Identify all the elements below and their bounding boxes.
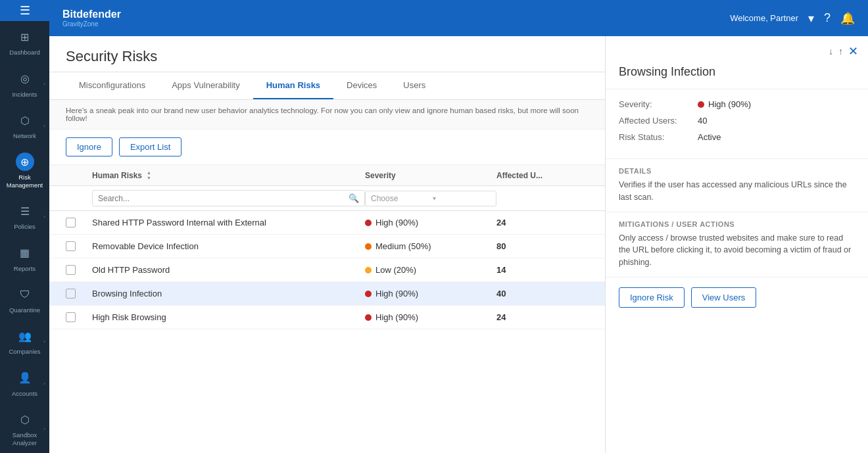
tab-human-risks[interactable]: Human Risks (253, 72, 333, 99)
table-row[interactable]: Shared HTTP Password Internal with Exter… (49, 211, 605, 235)
sidebar-item-dashboard[interactable]: ⊞ Dashboard (0, 21, 49, 62)
row-checkbox[interactable] (66, 312, 76, 322)
main-wrapper: Security Risks Misconfigurations Apps Vu… (49, 36, 868, 453)
panel-title: Browsing Infection (606, 62, 868, 89)
table-row[interactable]: Old HTTP Password Low (20%) 14 (49, 258, 605, 282)
table-row[interactable]: High Risk Browsing High (90%) 24 (49, 306, 605, 329)
main-content: Security Risks Misconfigurations Apps Vu… (49, 36, 605, 453)
details-text: Verifies if the user has accessed any ma… (606, 179, 868, 212)
view-users-button[interactable]: View Users (691, 287, 757, 308)
top-header: Bitdefender GravityZone Welcome, Partner… (49, 0, 868, 36)
col-header-risk-name: Human Risks ▲▼ (92, 170, 365, 180)
row-checkbox[interactable] (66, 265, 76, 275)
row-checkbox[interactable] (66, 289, 76, 298)
ignore-button[interactable]: Ignore (66, 137, 112, 156)
sidebar-item-incidents[interactable]: ◎ Incidents › (0, 63, 49, 105)
severity-dot (365, 243, 372, 250)
expand-arrow-icon: › (43, 213, 45, 219)
tabs-bar: Misconfigurations Apps Vulnerability Hum… (49, 72, 605, 100)
severity-dot (365, 267, 372, 274)
sidebar-item-quarantine[interactable]: 🛡 Quarantine (0, 279, 49, 320)
sidebar-item-accounts[interactable]: 👤 Accounts › (0, 362, 49, 404)
sidebar-item-policies[interactable]: ☰ Policies › (0, 195, 49, 237)
severity-dot (365, 220, 372, 226)
affected-users-field: Affected Users: 40 (619, 116, 855, 126)
search-filter-row: 🔍 Choose ▾ (49, 186, 605, 211)
policies-icon: ☰ (16, 202, 34, 220)
panel-actions: Ignore Risk View Users (606, 277, 868, 318)
tab-apps-vulnerability[interactable]: Apps Vulnerability (158, 72, 253, 99)
tab-users[interactable]: Users (390, 72, 439, 99)
tab-misconfigurations[interactable]: Misconfigurations (66, 72, 158, 99)
expand-arrow-icon: › (43, 425, 45, 431)
search-box: 🔍 (92, 190, 365, 206)
page-title: Security Risks (66, 48, 589, 65)
risks-table: Human Risks ▲▼ Severity Affected U... 🔍 … (49, 165, 605, 453)
close-panel-icon[interactable]: ✕ (848, 44, 858, 59)
dropdown-arrow-icon[interactable]: ▾ (808, 11, 814, 26)
risk-management-icon: ⊕ (16, 153, 34, 171)
incidents-icon: ◎ (16, 70, 34, 88)
detail-panel: ↓ ↑ ✕ Browsing Infection Severity: High … (605, 36, 868, 453)
network-icon: ⬡ (16, 111, 34, 130)
sidebar-item-companies[interactable]: 👥 Companies › (0, 320, 49, 362)
sandbox-icon: ⬡ (16, 410, 34, 429)
expand-arrow-icon: › (43, 81, 45, 87)
severity-field: Severity: High (90%) (619, 99, 855, 109)
severity-dot (365, 291, 372, 297)
header-right: Welcome, Partner ▾ ? 🔔 (730, 11, 855, 26)
risk-status-field: Risk Status: Active (619, 132, 855, 142)
detail-fields: Severity: High (90%) Affected Users: 40 … (606, 89, 868, 159)
col-header-affected: Affected U... (496, 171, 589, 180)
navigate-up-icon[interactable]: ↑ (838, 46, 843, 57)
details-section-title: DETAILS (606, 159, 868, 179)
expand-arrow-icon: › (43, 380, 45, 386)
companies-icon: 👥 (16, 327, 34, 345)
search-input[interactable] (98, 194, 345, 203)
ignore-risk-button[interactable]: Ignore Risk (619, 287, 685, 308)
tab-devices[interactable]: Devices (333, 72, 390, 99)
col-header-severity: Severity (365, 171, 496, 180)
severity-filter-dropdown[interactable]: Choose ▾ (365, 191, 496, 206)
brand-logo: Bitdefender GravityZone (62, 9, 121, 28)
row-checkbox[interactable] (66, 218, 76, 227)
mitigations-text: Only access / browse trusted websites an… (606, 232, 868, 277)
sidebar-item-reports[interactable]: ▦ Reports (0, 237, 49, 279)
actions-bar: Ignore Export List (49, 130, 605, 165)
mitigations-section-title: MITIGATIONS / USER ACTIONS (606, 212, 868, 232)
sort-icon[interactable]: ▲▼ (147, 170, 151, 180)
severity-dot (365, 314, 372, 321)
page-title-area: Security Risks (49, 36, 605, 72)
table-row[interactable]: Browsing Infection High (90%) 40 (49, 282, 605, 306)
reports-icon: ▦ (16, 244, 34, 262)
sidebar-item-network[interactable]: ⬡ Network › (0, 105, 49, 146)
expand-arrow-icon: › (43, 339, 45, 345)
sidebar-item-sandbox[interactable]: ⬡ Sandbox Analyzer › (0, 404, 49, 453)
table-row[interactable]: Removable Device Infection Medium (50%) … (49, 235, 605, 258)
sidebar-item-risk-management[interactable]: ⊕ Risk Management (0, 146, 49, 195)
row-checkbox[interactable] (66, 241, 76, 251)
dropdown-chevron-icon: ▾ (433, 195, 491, 202)
sidebar-top-bar: ☰ (0, 0, 49, 21)
navigate-down-icon[interactable]: ↓ (829, 46, 833, 57)
expand-arrow-icon: › (43, 122, 45, 128)
accounts-icon: 👤 (16, 369, 34, 387)
quarantine-icon: 🛡 (16, 285, 34, 304)
hamburger-icon[interactable]: ☰ (20, 3, 30, 18)
search-icon: 🔍 (349, 193, 359, 203)
table-header: Human Risks ▲▼ Severity Affected U... (49, 165, 605, 186)
sidebar: ☰ ⊞ Dashboard ◎ Incidents › ⬡ Network › … (0, 0, 49, 453)
panel-header: ↓ ↑ ✕ (606, 36, 868, 62)
export-list-button[interactable]: Export List (119, 137, 181, 156)
help-icon[interactable]: ? (824, 11, 831, 25)
notifications-icon[interactable]: 🔔 (840, 11, 855, 26)
severity-dot (698, 101, 704, 108)
dashboard-icon: ⊞ (16, 28, 34, 46)
info-banner: Here's a sneak peak into our brand new u… (49, 100, 605, 130)
